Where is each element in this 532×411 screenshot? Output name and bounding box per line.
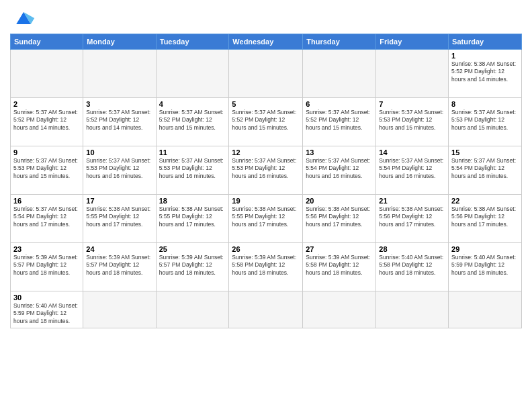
day-number: 3 bbox=[86, 100, 152, 108]
calendar-cell bbox=[83, 291, 156, 328]
day-number: 30 bbox=[13, 293, 80, 302]
day-info: Sunrise: 5:37 AM Sunset: 5:53 PM Dayligh… bbox=[159, 157, 226, 180]
day-number: 25 bbox=[159, 245, 226, 253]
calendar-cell bbox=[449, 291, 522, 328]
day-info: Sunrise: 5:37 AM Sunset: 5:53 PM Dayligh… bbox=[86, 157, 152, 180]
calendar-header-tuesday: Tuesday bbox=[156, 34, 229, 50]
day-info: Sunrise: 5:40 AM Sunset: 5:59 PM Dayligh… bbox=[13, 302, 80, 325]
day-number: 5 bbox=[232, 100, 300, 108]
calendar-cell: 5Sunrise: 5:37 AM Sunset: 5:52 PM Daylig… bbox=[229, 98, 303, 146]
calendar-cell: 4Sunrise: 5:37 AM Sunset: 5:52 PM Daylig… bbox=[156, 98, 229, 146]
calendar-week-5: 23Sunrise: 5:39 AM Sunset: 5:57 PM Dayli… bbox=[11, 243, 522, 291]
day-info: Sunrise: 5:37 AM Sunset: 5:53 PM Dayligh… bbox=[451, 109, 519, 132]
day-number: 9 bbox=[13, 148, 80, 156]
day-info: Sunrise: 5:37 AM Sunset: 5:52 PM Dayligh… bbox=[159, 109, 226, 132]
day-number: 10 bbox=[86, 148, 152, 156]
calendar-cell: 8Sunrise: 5:37 AM Sunset: 5:53 PM Daylig… bbox=[449, 98, 522, 146]
calendar-cell: 10Sunrise: 5:37 AM Sunset: 5:53 PM Dayli… bbox=[83, 146, 156, 195]
calendar-cell: 30Sunrise: 5:40 AM Sunset: 5:59 PM Dayli… bbox=[11, 291, 83, 328]
calendar-cell bbox=[303, 291, 376, 328]
day-number: 11 bbox=[159, 148, 226, 156]
day-number: 12 bbox=[232, 148, 300, 156]
calendar-cell bbox=[11, 50, 83, 98]
day-info: Sunrise: 5:37 AM Sunset: 5:53 PM Dayligh… bbox=[232, 157, 300, 180]
calendar-week-1: 1Sunrise: 5:38 AM Sunset: 5:52 PM Daylig… bbox=[11, 50, 522, 98]
calendar-cell: 19Sunrise: 5:38 AM Sunset: 5:55 PM Dayli… bbox=[229, 195, 303, 243]
day-info: Sunrise: 5:37 AM Sunset: 5:54 PM Dayligh… bbox=[13, 205, 80, 228]
calendar-header-wednesday: Wednesday bbox=[229, 34, 303, 50]
day-info: Sunrise: 5:40 AM Sunset: 5:58 PM Dayligh… bbox=[379, 254, 445, 277]
calendar-cell bbox=[376, 291, 449, 328]
calendar-cell: 7Sunrise: 5:37 AM Sunset: 5:53 PM Daylig… bbox=[376, 98, 449, 146]
calendar-cell: 12Sunrise: 5:37 AM Sunset: 5:53 PM Dayli… bbox=[229, 146, 303, 195]
logo-icon bbox=[11, 9, 36, 28]
day-number: 2 bbox=[13, 100, 80, 108]
day-number: 27 bbox=[306, 245, 373, 253]
calendar-header-monday: Monday bbox=[83, 34, 156, 50]
calendar-cell: 27Sunrise: 5:39 AM Sunset: 5:58 PM Dayli… bbox=[303, 243, 376, 291]
day-info: Sunrise: 5:37 AM Sunset: 5:52 PM Dayligh… bbox=[13, 109, 80, 132]
calendar-cell: 28Sunrise: 5:40 AM Sunset: 5:58 PM Dayli… bbox=[376, 243, 449, 291]
calendar-week-2: 2Sunrise: 5:37 AM Sunset: 5:52 PM Daylig… bbox=[11, 98, 522, 146]
calendar-cell: 18Sunrise: 5:38 AM Sunset: 5:55 PM Dayli… bbox=[156, 195, 229, 243]
day-info: Sunrise: 5:39 AM Sunset: 5:57 PM Dayligh… bbox=[86, 254, 152, 277]
header bbox=[10, 7, 522, 28]
calendar-header-friday: Friday bbox=[376, 34, 449, 50]
day-info: Sunrise: 5:39 AM Sunset: 5:58 PM Dayligh… bbox=[232, 254, 300, 277]
day-info: Sunrise: 5:37 AM Sunset: 5:53 PM Dayligh… bbox=[379, 109, 445, 132]
calendar-cell bbox=[156, 50, 229, 98]
calendar-cell: 3Sunrise: 5:37 AM Sunset: 5:52 PM Daylig… bbox=[83, 98, 156, 146]
day-number: 29 bbox=[451, 245, 519, 253]
calendar-cell: 26Sunrise: 5:39 AM Sunset: 5:58 PM Dayli… bbox=[229, 243, 303, 291]
calendar-cell: 6Sunrise: 5:37 AM Sunset: 5:52 PM Daylig… bbox=[303, 98, 376, 146]
day-number: 7 bbox=[379, 100, 445, 108]
day-info: Sunrise: 5:38 AM Sunset: 5:55 PM Dayligh… bbox=[159, 205, 226, 228]
calendar-header-saturday: Saturday bbox=[449, 34, 522, 50]
day-number: 13 bbox=[306, 148, 373, 156]
calendar-cell bbox=[83, 50, 156, 98]
calendar-cell: 1Sunrise: 5:38 AM Sunset: 5:52 PM Daylig… bbox=[449, 50, 522, 98]
calendar-cell: 11Sunrise: 5:37 AM Sunset: 5:53 PM Dayli… bbox=[156, 146, 229, 195]
day-info: Sunrise: 5:40 AM Sunset: 5:59 PM Dayligh… bbox=[451, 254, 519, 277]
day-info: Sunrise: 5:38 AM Sunset: 5:56 PM Dayligh… bbox=[379, 205, 445, 228]
day-info: Sunrise: 5:37 AM Sunset: 5:54 PM Dayligh… bbox=[379, 157, 445, 180]
day-number: 1 bbox=[451, 52, 519, 60]
calendar-cell bbox=[229, 50, 303, 98]
calendar-cell: 13Sunrise: 5:37 AM Sunset: 5:54 PM Dayli… bbox=[303, 146, 376, 195]
calendar-cell: 21Sunrise: 5:38 AM Sunset: 5:56 PM Dayli… bbox=[376, 195, 449, 243]
day-info: Sunrise: 5:37 AM Sunset: 5:52 PM Dayligh… bbox=[86, 109, 152, 132]
day-number: 23 bbox=[13, 245, 80, 253]
day-info: Sunrise: 5:37 AM Sunset: 5:52 PM Dayligh… bbox=[232, 109, 300, 132]
day-info: Sunrise: 5:38 AM Sunset: 5:56 PM Dayligh… bbox=[306, 205, 373, 228]
calendar-cell: 2Sunrise: 5:37 AM Sunset: 5:52 PM Daylig… bbox=[11, 98, 83, 146]
calendar-header-sunday: Sunday bbox=[11, 34, 83, 50]
calendar-cell: 23Sunrise: 5:39 AM Sunset: 5:57 PM Dayli… bbox=[11, 243, 83, 291]
day-number: 21 bbox=[379, 197, 445, 205]
day-number: 6 bbox=[306, 100, 373, 108]
calendar-header-row: SundayMondayTuesdayWednesdayThursdayFrid… bbox=[11, 34, 522, 50]
day-info: Sunrise: 5:37 AM Sunset: 5:53 PM Dayligh… bbox=[13, 157, 80, 180]
day-number: 22 bbox=[451, 197, 519, 205]
day-number: 18 bbox=[159, 197, 226, 205]
day-info: Sunrise: 5:37 AM Sunset: 5:54 PM Dayligh… bbox=[306, 157, 373, 180]
day-number: 15 bbox=[451, 148, 519, 156]
calendar-cell bbox=[303, 50, 376, 98]
day-number: 28 bbox=[379, 245, 445, 253]
calendar-cell: 22Sunrise: 5:38 AM Sunset: 5:56 PM Dayli… bbox=[449, 195, 522, 243]
calendar-cell: 17Sunrise: 5:38 AM Sunset: 5:55 PM Dayli… bbox=[83, 195, 156, 243]
day-number: 4 bbox=[159, 100, 226, 108]
calendar-cell bbox=[156, 291, 229, 328]
calendar-cell: 16Sunrise: 5:37 AM Sunset: 5:54 PM Dayli… bbox=[11, 195, 83, 243]
calendar-cell: 24Sunrise: 5:39 AM Sunset: 5:57 PM Dayli… bbox=[83, 243, 156, 291]
logo bbox=[10, 9, 36, 28]
page: SundayMondayTuesdayWednesdayThursdayFrid… bbox=[0, 0, 532, 335]
calendar-cell: 14Sunrise: 5:37 AM Sunset: 5:54 PM Dayli… bbox=[376, 146, 449, 195]
calendar-cell: 29Sunrise: 5:40 AM Sunset: 5:59 PM Dayli… bbox=[449, 243, 522, 291]
day-number: 8 bbox=[451, 100, 519, 108]
day-info: Sunrise: 5:39 AM Sunset: 5:57 PM Dayligh… bbox=[13, 254, 80, 277]
calendar-cell: 20Sunrise: 5:38 AM Sunset: 5:56 PM Dayli… bbox=[303, 195, 376, 243]
day-info: Sunrise: 5:38 AM Sunset: 5:55 PM Dayligh… bbox=[86, 205, 152, 228]
day-info: Sunrise: 5:38 AM Sunset: 5:56 PM Dayligh… bbox=[451, 205, 519, 228]
calendar-header-thursday: Thursday bbox=[303, 34, 376, 50]
day-info: Sunrise: 5:37 AM Sunset: 5:54 PM Dayligh… bbox=[451, 157, 519, 180]
